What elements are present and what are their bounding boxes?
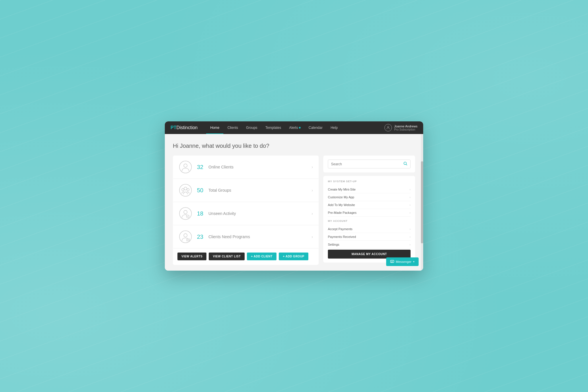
left-panel: 32 Online Clients ›: [173, 156, 319, 265]
total-groups-number: 50: [197, 187, 206, 194]
clients-need-programs-chevron: ›: [312, 234, 313, 239]
system-setup-title: MY SYSTEM SET-UP: [328, 180, 411, 183]
search-input[interactable]: [331, 162, 403, 166]
svg-point-7: [179, 207, 192, 220]
settings-link[interactable]: Settings ›: [328, 241, 411, 249]
nav-item-calendar[interactable]: Calendar: [305, 121, 327, 134]
add-website-link[interactable]: Add To My Website ›: [328, 201, 411, 209]
unseen-activity-chevron: ›: [312, 211, 313, 216]
online-clients-icon: [179, 160, 192, 174]
online-clients-number: 32: [197, 164, 206, 170]
pre-made-chevron: ›: [409, 211, 411, 214]
nav-item-home[interactable]: Home: [206, 121, 223, 134]
svg-point-8: [184, 210, 187, 214]
svg-point-4: [184, 187, 187, 190]
my-account-title: MY ACCOUNT: [328, 220, 411, 222]
svg-point-2: [184, 164, 187, 167]
mini-site-link[interactable]: Create My Mini-Site ›: [328, 186, 411, 193]
search-icon: [403, 162, 407, 166]
nav-item-templates[interactable]: Templates: [261, 121, 285, 134]
total-groups-label: Total Groups: [208, 188, 312, 193]
messenger-chevron: ▾: [413, 260, 415, 263]
svg-point-6: [187, 189, 189, 191]
stat-row-total-groups[interactable]: 50 Total Groups ›: [173, 179, 319, 202]
customize-app-link[interactable]: Customize My App ›: [328, 193, 411, 201]
unseen-activity-number: 18: [197, 210, 206, 217]
svg-rect-12: [187, 239, 189, 241]
stat-row-clients-need-programs[interactable]: 23 Clients Need Programs ›: [173, 225, 319, 249]
online-clients-chevron: ›: [312, 165, 313, 169]
svg-point-11: [184, 234, 187, 237]
user-avatar-icon: [384, 124, 392, 131]
logo-pt: PT: [171, 125, 176, 130]
svg-point-0: [387, 126, 389, 128]
logo-distinction: Distinction: [176, 125, 198, 130]
add-group-button[interactable]: + ADD GROUP: [279, 253, 308, 260]
settings-chevron: ›: [409, 243, 411, 246]
scrollbar-thumb[interactable]: [421, 161, 423, 243]
svg-point-3: [179, 184, 192, 196]
view-client-list-button[interactable]: VIEW CLIENT LIST: [209, 253, 245, 260]
add-client-button[interactable]: + ADD CLIENT: [247, 253, 276, 260]
stat-row-unseen-activity[interactable]: 18 Unseen Activity ›: [173, 202, 319, 225]
clients-need-programs-number: 23: [197, 234, 206, 240]
view-alerts-button[interactable]: VIEW ALERTS: [177, 253, 206, 260]
accept-payments-link[interactable]: Accept Payments ›: [328, 225, 411, 233]
user-menu[interactable]: Joanne Andrews Pro Subscription: [384, 124, 417, 131]
navbar: PT Distinction Home Clients Groups Templ…: [165, 121, 423, 134]
svg-point-10: [179, 231, 192, 243]
messenger-button[interactable]: Messenger ▾: [386, 257, 419, 266]
user-info: Joanne Andrews Pro Subscription: [394, 125, 417, 131]
alerts-dot: [299, 127, 301, 129]
total-groups-icon: [179, 183, 192, 197]
bottom-buttons: VIEW ALERTS VIEW CLIENT LIST + ADD CLIEN…: [173, 249, 319, 265]
unseen-activity-icon: [179, 207, 192, 220]
total-groups-chevron: ›: [312, 188, 313, 193]
main-area: Hi Joanne, what would you like to do? 32…: [165, 134, 423, 271]
unseen-activity-label: Unseen Activity: [208, 211, 312, 216]
online-clients-label: Online Clients: [208, 165, 312, 169]
clients-need-programs-icon: [179, 230, 192, 244]
payments-received-link[interactable]: Payments Received ›: [328, 233, 411, 241]
right-panel: MY SYSTEM SET-UP Create My Mini-Site › C…: [323, 156, 415, 265]
add-website-chevron: ›: [409, 203, 411, 207]
nav-item-alerts[interactable]: Alerts: [285, 121, 305, 134]
content-grid: 32 Online Clients ›: [173, 156, 415, 265]
search-icon-button[interactable]: [403, 162, 407, 166]
nav-item-help[interactable]: Help: [326, 121, 342, 134]
pre-made-link[interactable]: Pre-Made Packages ›: [328, 209, 411, 217]
nav-links: Home Clients Groups Templates Alerts Cal…: [206, 121, 384, 134]
svg-point-1: [179, 161, 192, 173]
mini-site-chevron: ›: [409, 188, 411, 191]
customize-app-chevron: ›: [409, 195, 411, 199]
scrollbar[interactable]: [421, 134, 423, 271]
search-box: [323, 156, 415, 172]
svg-point-5: [182, 189, 184, 191]
logo: PT Distinction: [171, 125, 198, 130]
greeting: Hi Joanne, what would you like to do?: [173, 143, 415, 149]
clients-need-programs-label: Clients Need Programs: [208, 234, 312, 239]
messenger-icon: [390, 260, 394, 264]
accept-payments-chevron: ›: [409, 227, 411, 231]
stat-row-online-clients[interactable]: 32 Online Clients ›: [173, 156, 319, 179]
payments-received-chevron: ›: [409, 235, 411, 238]
nav-item-groups[interactable]: Groups: [242, 121, 261, 134]
system-setup-panel: MY SYSTEM SET-UP Create My Mini-Site › C…: [323, 176, 415, 263]
search-input-wrap: [328, 160, 411, 168]
nav-item-clients[interactable]: Clients: [223, 121, 242, 134]
